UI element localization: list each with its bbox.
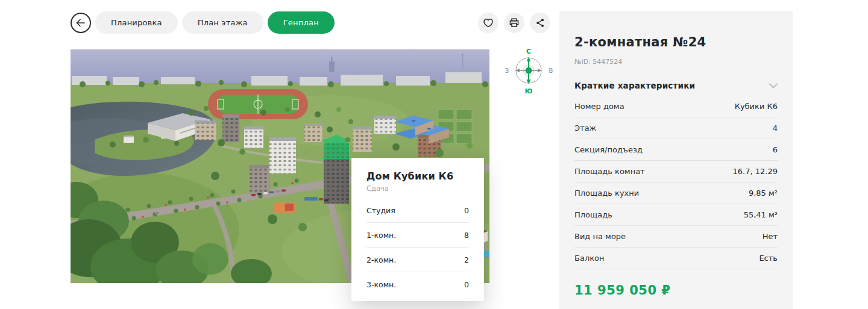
- spec-label: Площадь комнат: [574, 167, 645, 176]
- heart-icon: [482, 17, 494, 29]
- spec-label: Секция/подъезд: [574, 145, 643, 154]
- back-button[interactable]: [71, 13, 91, 33]
- compass: С Ю З В: [502, 47, 555, 95]
- spec-value: 55,41 м²: [744, 210, 778, 219]
- spec-value: 6: [773, 145, 778, 154]
- genplan-map[interactable]: Дом Кубики К6 Сдача Студия 0 1-комн. 8 2…: [71, 49, 489, 283]
- back-arrow-icon: [75, 17, 87, 29]
- building-info-popup: Дом Кубики К6 Сдача Студия 0 1-комн. 8 2…: [351, 158, 484, 301]
- popup-row-value: 0: [464, 280, 469, 289]
- flat-details-panel: 2-комнатная №24 №ID: 5447524 Краткие хар…: [559, 11, 793, 309]
- popup-title: Дом Кубики К6: [366, 170, 469, 182]
- tab-plan-etazha[interactable]: План этажа: [182, 11, 263, 34]
- popup-row: Студия 0: [366, 198, 469, 223]
- compass-south-label: Ю: [525, 87, 533, 95]
- spec-row-rooms-area: Площадь комнат 16.7, 12.29: [574, 161, 778, 183]
- compass-east-label: В: [549, 67, 553, 74]
- selected-building-highlight[interactable]: [321, 135, 351, 204]
- flat-title: 2-комнатная №24: [574, 35, 778, 49]
- tab-planirovka[interactable]: Планировка: [95, 11, 178, 34]
- spec-row-total-area: Площадь 55,41 м²: [574, 204, 778, 226]
- popup-row-label: 1-комн.: [366, 231, 396, 240]
- flat-genplan-page: Планировка План этажа Генплан: [0, 0, 868, 309]
- flat-price: 11 959 050 ₽: [574, 283, 778, 298]
- toolbar: Планировка План этажа Генплан: [71, 11, 550, 34]
- compass-north-label: С: [526, 48, 531, 55]
- popup-row-label: 3-комн.: [366, 280, 396, 289]
- flat-id: №ID: 5447524: [574, 58, 778, 66]
- spec-row-floor: Этаж 4: [574, 117, 778, 139]
- spec-value: Нет: [763, 232, 778, 241]
- popup-rows: Студия 0 1-комн. 8 2-комн. 2 3-комн. 0: [366, 198, 469, 296]
- spec-row-balcony: Балкон Есть: [574, 248, 778, 269]
- spec-value: Есть: [759, 254, 778, 263]
- spec-value: 9,85 м²: [749, 189, 778, 198]
- popup-row-value: 8: [464, 231, 469, 240]
- popup-row-label: 2-комн.: [366, 255, 396, 264]
- printer-icon: [508, 17, 520, 29]
- compass-rose-icon: С Ю З В: [502, 47, 555, 95]
- popup-row: 2-комн. 2: [366, 248, 469, 272]
- spec-row-section: Секция/подъезд 6: [574, 139, 778, 161]
- popup-row: 3-комн. 0: [366, 272, 469, 296]
- favorite-button[interactable]: [478, 13, 498, 33]
- specs-section-title: Краткие характеристики: [574, 81, 695, 90]
- share-icon: [534, 17, 546, 29]
- popup-subtitle: Сдача: [366, 184, 469, 193]
- spec-row-kitchen-area: Площадь кухни 9,85 м²: [574, 183, 778, 204]
- spec-label: Балкон: [574, 254, 605, 263]
- popup-row-value: 0: [464, 206, 469, 215]
- tab-genplan[interactable]: Генплан: [268, 11, 335, 34]
- share-button[interactable]: [530, 13, 550, 33]
- popup-row-value: 2: [464, 255, 469, 264]
- spec-row-sea-view: Вид на море Нет: [574, 226, 778, 248]
- spec-label: Вид на море: [574, 232, 626, 241]
- spec-value: Кубики К6: [735, 102, 778, 111]
- specs-section-toggle[interactable]: Краткие характеристики: [574, 81, 778, 90]
- spec-row-house: Номер дома Кубики К6: [574, 96, 778, 117]
- bike-shed: [304, 197, 318, 201]
- popup-row-label: Студия: [366, 206, 395, 215]
- spec-value: 16.7, 12.29: [733, 167, 778, 176]
- spec-value: 4: [773, 123, 778, 133]
- specs-table: Номер дома Кубики К6 Этаж 4 Секция/подъе…: [574, 96, 778, 269]
- spec-label: Этаж: [574, 123, 596, 133]
- chevron-down-icon: [769, 83, 778, 89]
- playground: [274, 202, 295, 213]
- toolbar-actions: [478, 13, 550, 33]
- compass-west-label: З: [505, 67, 509, 74]
- spec-label: Номер дома: [574, 102, 624, 111]
- spec-label: Площадь кухни: [574, 189, 639, 198]
- spec-label: Площадь: [574, 210, 612, 219]
- popup-row: 1-комн. 8: [366, 223, 469, 248]
- print-button[interactable]: [504, 13, 524, 33]
